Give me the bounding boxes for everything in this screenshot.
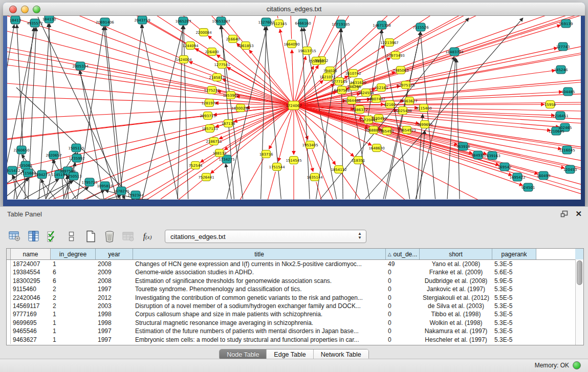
- cell-title[interactable]: Corpus callosum shape and size in male p…: [133, 310, 386, 318]
- zoom-window-button[interactable]: [33, 6, 40, 13]
- cell-year[interactable]: 1997: [96, 285, 133, 293]
- close-window-button[interactable]: [9, 6, 17, 13]
- cell-pagerank[interactable]: 5.6E-5: [492, 268, 536, 276]
- table-row[interactable]: 2242004622012Investigating the contribut…: [7, 294, 583, 302]
- table-selector-dropdown[interactable]: citations_edges.txt ▲▼: [165, 230, 366, 243]
- tab-edge-table[interactable]: Edge Table: [267, 349, 313, 360]
- cell-name[interactable]: 18300295: [11, 277, 51, 285]
- cell-name[interactable]: 9115460: [11, 285, 51, 293]
- column-header-in-degree[interactable]: in_degree: [51, 249, 96, 259]
- cell-name[interactable]: 18724007: [11, 260, 51, 268]
- cell-indeg[interactable]: 6: [51, 268, 96, 276]
- column-header-year[interactable]: year: [96, 249, 133, 259]
- cell-short[interactable]: Wolkin et al. (1998): [420, 319, 492, 327]
- column-header-out-de-[interactable]: △out_de...: [386, 249, 420, 259]
- cell-short[interactable]: Nakamura et al. (1997): [420, 327, 492, 335]
- cell-outdeg[interactable]: 0: [386, 285, 420, 293]
- cell-pagerank[interactable]: 5.3E-5: [492, 302, 536, 310]
- cell-name[interactable]: 19384554: [11, 268, 51, 276]
- cell-pagerank[interactable]: 5.3E-5: [492, 310, 536, 318]
- cell-outdeg[interactable]: 0: [386, 268, 420, 276]
- cell-year[interactable]: 2008: [96, 260, 133, 268]
- delete-table-icon[interactable]: [121, 228, 136, 245]
- cell-indeg[interactable]: 1: [51, 336, 96, 344]
- cell-pagerank[interactable]: 5.3E-5: [492, 260, 536, 268]
- cell-name[interactable]: 14569117: [11, 302, 51, 310]
- cell-short[interactable]: Yano et al. (2008): [420, 260, 492, 268]
- table-row[interactable]: 1830029562008Estimation of significance …: [7, 277, 583, 285]
- vertical-scrollbar[interactable]: [575, 259, 583, 345]
- cell-year[interactable]: 1997: [96, 336, 133, 344]
- cell-name[interactable]: 9463627: [11, 336, 51, 344]
- cell-name[interactable]: 9699695: [11, 319, 51, 327]
- cell-year[interactable]: 1997: [96, 327, 133, 335]
- new-table-icon[interactable]: [83, 228, 98, 245]
- cell-year[interactable]: 2012: [96, 294, 133, 302]
- cell-title[interactable]: Changes of HCN gene expression and I(f) …: [133, 260, 386, 268]
- column-selection-icon[interactable]: [26, 228, 41, 245]
- table-row[interactable]: 946554611997Estimation of the future num…: [7, 327, 583, 335]
- cell-outdeg[interactable]: 0: [386, 294, 420, 302]
- table-row[interactable]: 946362711997Embryonic stem cells: a mode…: [7, 336, 583, 344]
- cell-name[interactable]: 22420046: [11, 294, 51, 302]
- table-row[interactable]: 969969511998Structural magnetic resonanc…: [7, 319, 583, 327]
- cell-outdeg[interactable]: 0: [386, 336, 420, 344]
- cell-pagerank[interactable]: 5.3E-5: [492, 285, 536, 293]
- cell-short[interactable]: Hescheler et al. (1997): [420, 336, 492, 344]
- cell-short[interactable]: Jankovic et al. (1997): [420, 285, 492, 293]
- table-settings-icon[interactable]: [7, 228, 23, 245]
- close-panel-icon[interactable]: ✕: [575, 210, 582, 217]
- cell-title[interactable]: Estimation of significance thresholds fo…: [133, 277, 386, 285]
- table-row[interactable]: 1872400712008Changes of HCN gene express…: [7, 260, 583, 268]
- cell-short[interactable]: Tibbo et al. (1998): [420, 310, 492, 318]
- cell-indeg[interactable]: 2: [51, 294, 96, 302]
- network-view-canvas[interactable]: 1841349355721841302069140620437191065287…: [7, 16, 581, 200]
- cell-indeg[interactable]: 1: [51, 319, 96, 327]
- cell-title[interactable]: Genome-wide association studies in ADHD.: [133, 268, 386, 276]
- cell-short[interactable]: de Silva et al. (2003): [420, 302, 492, 310]
- cell-indeg[interactable]: 1: [51, 310, 96, 318]
- cell-year[interactable]: 2009: [96, 268, 133, 276]
- cell-name[interactable]: 9777169: [11, 310, 51, 318]
- cell-year[interactable]: 2003: [96, 302, 133, 310]
- cell-year[interactable]: 1998: [96, 310, 133, 318]
- cell-title[interactable]: Tourette syndrome. Phenomenology and cla…: [133, 285, 386, 293]
- cell-outdeg[interactable]: 0: [386, 302, 420, 310]
- cell-indeg[interactable]: 6: [51, 277, 96, 285]
- cell-pagerank[interactable]: 5.3E-5: [492, 327, 536, 335]
- clear-checks-icon[interactable]: [64, 228, 79, 245]
- table-row[interactable]: 977716911998Corpus callosum shape and si…: [7, 310, 583, 318]
- minimize-window-button[interactable]: [21, 6, 29, 13]
- network-window-titlebar[interactable]: citations_edges.txt: [3, 3, 585, 16]
- cell-year[interactable]: 1998: [96, 319, 133, 327]
- cell-title[interactable]: Estimation of the future numbers of pati…: [133, 327, 386, 335]
- cell-pagerank[interactable]: 5.3E-5: [492, 336, 536, 344]
- cell-indeg[interactable]: 1: [51, 260, 96, 268]
- float-panel-icon[interactable]: [560, 210, 568, 217]
- cell-name[interactable]: 9465546: [11, 327, 51, 335]
- cell-outdeg[interactable]: 0: [386, 277, 420, 285]
- tab-network-table[interactable]: Network Table: [314, 349, 368, 360]
- cell-outdeg[interactable]: 0: [386, 319, 420, 327]
- tab-node-table[interactable]: Node Table: [220, 349, 267, 360]
- column-header-title[interactable]: title: [133, 249, 386, 259]
- table-row[interactable]: 1456911722003Disruption of a novel membe…: [7, 302, 583, 310]
- cell-title[interactable]: Structural magnetic resonance image aver…: [133, 319, 386, 327]
- cell-short[interactable]: Dudbridge et al. (2008): [420, 277, 492, 285]
- cell-indeg[interactable]: 1: [51, 327, 96, 335]
- table-row[interactable]: 1938455462009Genome-wide association stu…: [7, 268, 583, 276]
- cell-title[interactable]: Investigating the contribution of common…: [133, 294, 386, 302]
- cell-indeg[interactable]: 2: [51, 285, 96, 293]
- delete-entries-trash-icon[interactable]: [102, 228, 117, 245]
- cell-title[interactable]: Disruption of a novel member of a sodium…: [133, 302, 386, 310]
- cell-outdeg[interactable]: 0: [386, 327, 420, 335]
- column-header-short[interactable]: short: [420, 249, 492, 259]
- scrollbar-thumb[interactable]: [577, 260, 582, 285]
- cell-short[interactable]: Franke et al. (2009): [420, 268, 492, 276]
- cell-outdeg[interactable]: 0: [386, 310, 420, 318]
- cell-pagerank[interactable]: 5.9E-5: [492, 277, 536, 285]
- cell-title[interactable]: Embryonic stem cells: a model to study s…: [133, 336, 386, 344]
- table-row[interactable]: 911546021997Tourette syndrome. Phenomeno…: [7, 285, 583, 293]
- column-header-pagerank[interactable]: pagerank: [492, 249, 536, 259]
- cell-outdeg[interactable]: 49: [386, 260, 420, 268]
